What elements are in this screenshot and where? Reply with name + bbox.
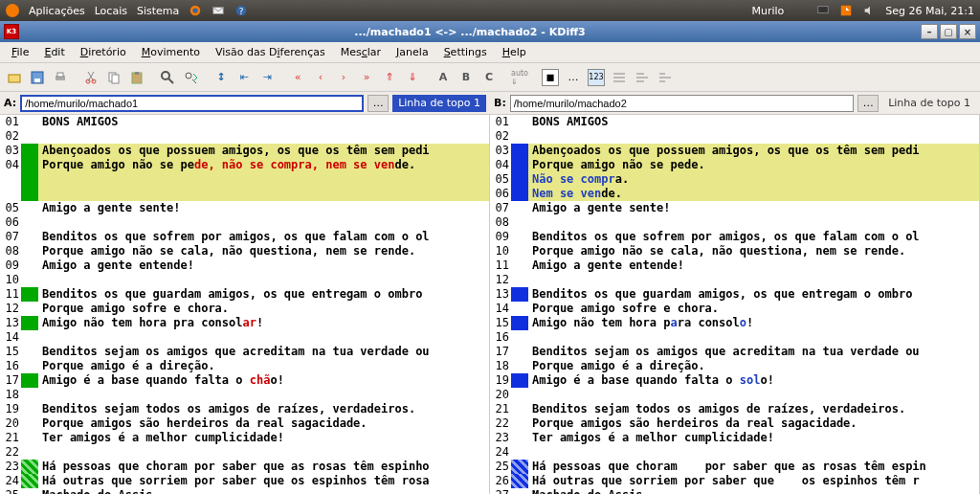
goto-line-icon[interactable]: ↕: [211, 67, 232, 88]
choose-c-button[interactable]: C: [479, 67, 500, 88]
code-line[interactable]: Benditos os que guardam amigos, os que e…: [38, 287, 489, 302]
code-line[interactable]: [38, 172, 489, 187]
code-line[interactable]: Porque amigo é a direção.: [38, 359, 489, 373]
code-line[interactable]: Amigo é a base quando falta o solo!: [528, 373, 979, 388]
code-line[interactable]: Nem se vende.: [528, 187, 979, 201]
code-line[interactable]: Amigo não tem hora para consolo!: [528, 316, 979, 330]
path-b-input[interactable]: [510, 95, 854, 112]
code-line[interactable]: Porque amigo não se pede.: [528, 158, 979, 172]
find-icon[interactable]: [157, 67, 178, 88]
mail-icon[interactable]: [212, 4, 225, 17]
menu-movimento[interactable]: Movimento: [136, 44, 206, 60]
code-line[interactable]: Benditos os que guardam amigos, os que e…: [528, 287, 979, 302]
code-line[interactable]: Benditos os que sofrem por amigos, os qu…: [528, 230, 979, 244]
path-b-browse-button[interactable]: …: [858, 95, 879, 112]
code-line[interactable]: [528, 215, 979, 230]
code-line[interactable]: Amigo a gente sente!: [38, 201, 489, 215]
code-line[interactable]: [38, 445, 489, 460]
gnome-user[interactable]: Murilo: [751, 5, 784, 17]
help-icon[interactable]: ?: [234, 4, 248, 17]
save-icon[interactable]: [27, 67, 48, 88]
close-button[interactable]: ×: [959, 24, 976, 39]
next-unsolved-icon[interactable]: ⇓: [402, 67, 423, 88]
prev-diff-icon[interactable]: ⇤: [234, 67, 255, 88]
toggle-linenumbers-icon[interactable]: 123: [586, 67, 607, 88]
prev-unsolved-icon[interactable]: ⇑: [379, 67, 400, 88]
code-line[interactable]: Porque amigo é a direção.: [528, 359, 979, 373]
code-line[interactable]: Ter amigos é a melhor cumplicidade!: [528, 431, 979, 445]
gnome-menu-apps[interactable]: Aplicações: [29, 5, 85, 17]
code-line[interactable]: Amigo a gente sente!: [528, 201, 979, 215]
code-lines-a[interactable]: BONS AMIGOSAbençoados os que possuem ami…: [38, 115, 489, 494]
code-line[interactable]: Machado de Assis: [528, 488, 979, 494]
update-icon[interactable]: [839, 4, 853, 17]
fusion-icon[interactable]: [793, 4, 807, 17]
path-a-browse-button[interactable]: …: [368, 95, 389, 112]
code-line[interactable]: Há pessoas que choram por saber que as r…: [38, 460, 489, 474]
gnome-menu-system[interactable]: Sistema: [137, 5, 179, 17]
code-line[interactable]: Amigo a gente entende!: [528, 258, 979, 273]
print-icon[interactable]: [50, 67, 71, 88]
code-line[interactable]: [528, 330, 979, 345]
menu-janela[interactable]: Janela: [390, 44, 434, 60]
code-line[interactable]: Benditos sejam os amigos que acreditam n…: [528, 345, 979, 359]
code-line[interactable]: Porque amigos são herdeiros da real saga…: [528, 416, 979, 431]
toggle-whitespace-icon[interactable]: …: [563, 67, 584, 88]
menu-diretorio[interactable]: Diretório: [75, 44, 132, 60]
code-line[interactable]: Porque amigo sofre e chora.: [38, 302, 489, 316]
show-tabs-icon[interactable]: [632, 67, 653, 88]
show-spaces-icon[interactable]: [655, 67, 676, 88]
open-file-icon[interactable]: [4, 67, 25, 88]
code-line[interactable]: [38, 273, 489, 287]
next-diff-icon[interactable]: ⇥: [256, 67, 278, 88]
code-line[interactable]: Há outras que sorriem por saber que os e…: [528, 474, 979, 488]
path-a-input[interactable]: [20, 95, 364, 112]
menu-file[interactable]: File: [6, 44, 34, 60]
code-line[interactable]: Amigo não tem hora pra consolar!: [38, 316, 489, 330]
code-line[interactable]: BONS AMIGOS: [38, 115, 489, 129]
last-conflict-icon[interactable]: »: [356, 67, 377, 88]
minimize-button[interactable]: –: [921, 24, 938, 39]
code-line[interactable]: BONS AMIGOS: [528, 115, 979, 129]
paste-icon[interactable]: [126, 67, 147, 88]
choose-b-button[interactable]: B: [456, 67, 477, 88]
volume-icon[interactable]: [862, 4, 876, 17]
code-line[interactable]: [38, 330, 489, 345]
menu-mesclar[interactable]: Mesclar: [335, 44, 387, 60]
code-line[interactable]: [38, 129, 489, 144]
code-line[interactable]: [38, 187, 489, 201]
code-line[interactable]: Porque amigos são herdeiros da real saga…: [38, 416, 489, 431]
toggle-split-icon[interactable]: ◼: [540, 67, 561, 88]
menu-edit[interactable]: Edit: [38, 44, 70, 60]
code-line[interactable]: [528, 445, 979, 460]
gnome-menu-places[interactable]: Locais: [95, 5, 127, 17]
code-line[interactable]: Há pessoas que choram por saber que as r…: [528, 460, 979, 474]
first-conflict-icon[interactable]: «: [287, 67, 308, 88]
display-icon[interactable]: [816, 4, 830, 17]
code-line[interactable]: [528, 388, 979, 402]
code-line[interactable]: Porque amigo não se pede, não se compra,…: [38, 158, 489, 172]
code-line[interactable]: [38, 388, 489, 402]
code-line[interactable]: Benditos sejam todos os amigos de raízes…: [38, 402, 489, 416]
menu-visao[interactable]: Visão das Diferenças: [210, 44, 331, 60]
cut-icon[interactable]: [80, 67, 101, 88]
prev-conflict-icon[interactable]: ‹: [310, 67, 331, 88]
code-line[interactable]: [528, 129, 979, 144]
code-line[interactable]: Porque amigo não se cala, não questiona,…: [38, 244, 489, 258]
copy-icon[interactable]: [103, 67, 124, 88]
code-line[interactable]: Abençoados os que possuem amigos, os que…: [38, 144, 489, 158]
code-line[interactable]: Porque amigo sofre e chora.: [528, 302, 979, 316]
code-line[interactable]: Benditos sejam os amigos que acreditam n…: [38, 345, 489, 359]
code-line[interactable]: Há outras que sorriem por saber que os e…: [38, 474, 489, 488]
word-wrap-icon[interactable]: [609, 67, 630, 88]
next-conflict-icon[interactable]: ›: [333, 67, 354, 88]
menu-help[interactable]: Help: [497, 44, 532, 60]
code-lines-b[interactable]: BONS AMIGOSAbençoados os que possuem ami…: [528, 115, 979, 494]
code-line[interactable]: Não se compra.: [528, 172, 979, 187]
choose-a-button[interactable]: A: [433, 67, 454, 88]
code-line[interactable]: [38, 215, 489, 230]
diff-pane-b[interactable]: 01 02 03 04 05 06 07 08 09 10 11 12 13 1…: [490, 115, 980, 494]
find-next-icon[interactable]: [180, 67, 201, 88]
code-line[interactable]: Amigo a gente entende!: [38, 258, 489, 273]
maximize-button[interactable]: ▢: [940, 24, 957, 39]
